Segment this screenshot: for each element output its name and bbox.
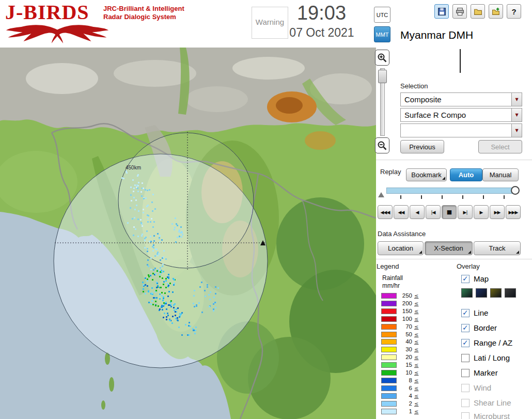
overlay-checkbox-line[interactable]: [461, 309, 470, 317]
jump-end-button[interactable]: ▶▶▶: [506, 205, 521, 219]
legend-color-swatch: [381, 401, 397, 407]
map-scheme-swatch[interactable]: [490, 288, 502, 298]
bookmark-button[interactable]: Bookmark: [406, 168, 447, 181]
legend-value: 30: [398, 346, 412, 352]
product-dropdown[interactable]: Surface R Compo ▼: [400, 108, 522, 122]
select-button[interactable]: Select: [478, 140, 522, 153]
legend-color-swatch: [381, 316, 397, 322]
step-back-button[interactable]: ◀: [410, 205, 425, 219]
open-folder-button[interactable]: [471, 4, 485, 19]
play-button[interactable]: ▶: [474, 205, 489, 219]
dropdown-arrow-button[interactable]: ▼: [511, 124, 522, 137]
timeline-tick: [504, 195, 505, 199]
save-icon: [437, 7, 446, 16]
dropdown-arrow-button[interactable]: ▼: [511, 108, 522, 121]
overlay-label: Map: [474, 274, 489, 283]
track-button[interactable]: Track: [474, 241, 521, 255]
prev-frame-button[interactable]: |◀: [426, 205, 441, 219]
timeline-tick: [462, 195, 463, 199]
utc-button[interactable]: UTC: [374, 7, 390, 23]
previous-button[interactable]: Previous: [400, 140, 444, 153]
timeline-slider-handle[interactable]: [511, 186, 520, 195]
legend-operator: ≤: [414, 354, 418, 360]
legend-operator: ≤: [414, 393, 418, 399]
chevron-down-icon: ▼: [515, 128, 518, 133]
x-section-button[interactable]: X-Section: [425, 241, 473, 255]
eagle-logo-icon: [4, 24, 111, 44]
legend-value: 15: [398, 362, 412, 368]
legend-value: 150: [398, 308, 412, 314]
legend-section-label: Legend: [377, 262, 399, 270]
product-dropdown-value: Surface R Compo: [401, 111, 511, 119]
zoom-in-button[interactable]: [375, 50, 389, 66]
legend-color-swatch: [381, 347, 397, 352]
site-name: Myanmar DMH: [400, 29, 473, 41]
next-frame-button[interactable]: ▶|: [458, 205, 473, 219]
overlay-label: Microburst: [474, 412, 510, 419]
option-dropdown[interactable]: ▼: [400, 123, 522, 137]
legend-color-swatch: [381, 339, 397, 345]
overlay-label: Shear Line: [474, 398, 511, 407]
open-folder-icon: [474, 7, 482, 16]
overlay-checkbox-shear-line: [461, 399, 470, 407]
print-button[interactable]: [452, 4, 467, 19]
mmt-button[interactable]: MMT: [374, 26, 390, 42]
legend-operator: ≤: [414, 385, 418, 391]
overlay-checkbox-map[interactable]: [461, 275, 470, 283]
legend-operator: ≤: [414, 409, 418, 414]
legend-value: 20: [398, 354, 412, 360]
timeline-start-marker: [378, 192, 384, 197]
save-button[interactable]: [434, 4, 449, 19]
legend-color-swatch: [381, 378, 397, 383]
overlay-checkbox-border[interactable]: [461, 324, 470, 332]
legend-color-swatch: [381, 409, 397, 414]
legend-value: 8: [398, 377, 412, 383]
fast-forward-button[interactable]: ▶▶: [490, 205, 505, 219]
panel-separator: [376, 160, 532, 160]
overlay-label: Wind: [474, 383, 491, 392]
map-scheme-swatch[interactable]: [476, 288, 487, 298]
legend-value: 40: [398, 338, 412, 345]
overlay-checkbox-lati-long[interactable]: [461, 354, 470, 362]
legend-color-swatch: [381, 385, 397, 391]
radar-map[interactable]: 450km: [0, 48, 376, 419]
legend-color-swatch: [381, 332, 397, 337]
legend-value: 250: [398, 292, 412, 299]
app-logo-title: J-BIRDS: [5, 0, 89, 24]
location-button[interactable]: Location: [378, 241, 424, 255]
legend-operator: ≤: [414, 378, 418, 383]
zoom-in-icon: [377, 53, 387, 63]
overlay-checkbox-wind: [461, 384, 470, 392]
print-icon: [456, 7, 464, 16]
timeline-tick: [421, 195, 422, 199]
stop-button[interactable]: ■: [442, 205, 457, 219]
legend-color-swatch: [381, 301, 397, 306]
map-scheme-swatch[interactable]: [505, 288, 516, 298]
zoom-out-button[interactable]: [375, 137, 389, 153]
composite-dropdown[interactable]: Composite ▼: [400, 92, 522, 106]
overlay-label: Range / AZ: [474, 338, 512, 347]
legend-value: 10: [398, 369, 412, 376]
legend-operator: ≤: [414, 370, 418, 376]
legend-operator: ≤: [414, 332, 418, 337]
timeline-slider[interactable]: [386, 188, 518, 194]
import-folder-button[interactable]: [489, 4, 503, 19]
overlay-label: Line: [474, 308, 488, 317]
jump-start-button[interactable]: ◀◀◀: [378, 205, 393, 219]
timeline-tick: [400, 195, 401, 199]
chevron-down-icon: ▼: [515, 97, 518, 102]
legend-value: 200: [398, 300, 412, 306]
zoom-slider-thumb[interactable]: [378, 70, 387, 83]
dropdown-arrow-button[interactable]: ▼: [511, 93, 522, 106]
manual-button[interactable]: Manual: [482, 168, 519, 181]
overlay-checkbox-range-az[interactable]: [461, 339, 470, 347]
composite-dropdown-value: Composite: [401, 95, 511, 104]
legend-unit-line2: mm/hr: [382, 282, 400, 289]
help-button[interactable]: ?: [507, 4, 521, 19]
legend-color-swatch: [381, 324, 397, 330]
overlay-checkbox-marker[interactable]: [461, 369, 470, 377]
auto-button[interactable]: Auto: [450, 168, 482, 181]
map-scheme-swatch[interactable]: [461, 288, 473, 298]
fast-rewind-button[interactable]: ◀◀: [394, 205, 409, 219]
range-ring-label: 450km: [126, 165, 141, 170]
